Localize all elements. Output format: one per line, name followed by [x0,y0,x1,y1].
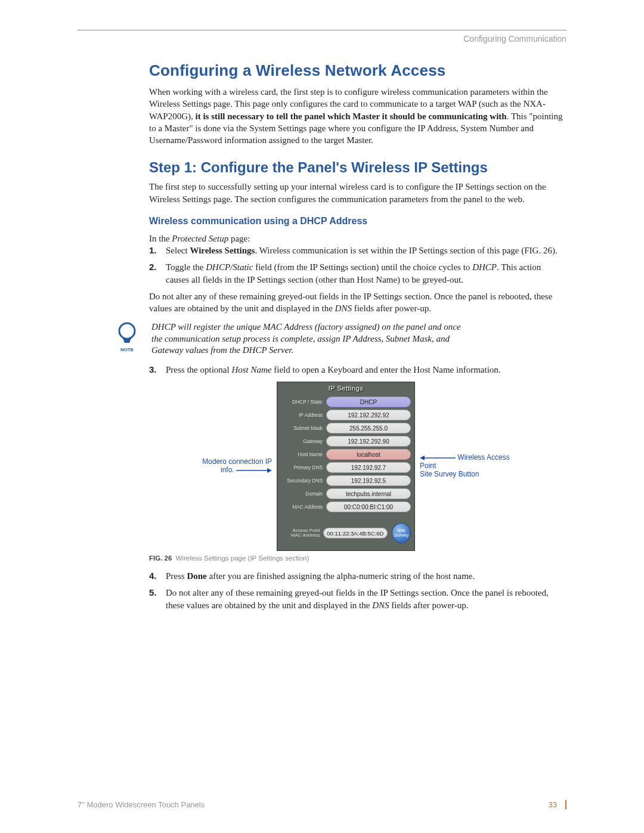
fig-text: Wireless Settings page (IP Settings sect… [176,555,309,562]
ip-field-label: Gateway [281,438,323,444]
svg-marker-6 [420,456,425,460]
ip-row: Secondary DNS192.192.92.5 [277,474,414,487]
callout-right: Wireless Access Point Site Survey Button [420,454,515,478]
ip-field-label: IP Address [281,412,323,418]
figure-caption: FIG. 26 Wireless Settings page (IP Setti… [149,555,566,562]
text: Press the optional [166,365,231,374]
arrow-right-icon [236,467,272,473]
arrow-left-icon [420,455,456,461]
text: field (from the IP Settings section) unt… [253,262,472,272]
list-item: Press the optional Host Name field to op… [149,364,566,376]
text: Press [166,571,187,581]
text-italic: DNS [372,600,389,610]
ordered-list-1: Select Wireless Settings. Wireless commu… [149,244,566,286]
page-content: Configuring Communication Configuring a … [78,30,566,616]
ip-row: MAC Address00:C0:00:BI:C1:00 [277,500,414,513]
list-item: Toggle the DHCP/Static field (from the I… [149,261,566,286]
ip-field-value[interactable]: techpubs.internal [326,488,411,499]
paragraph: The first step to successfully setting u… [149,181,566,205]
page-number: 33 [549,800,559,809]
ip-field-value[interactable]: 192.192.292.92 [326,410,411,420]
text-italic: Protected Setup [172,234,228,243]
svg-marker-4 [267,468,272,473]
text: after you are finished assigning the alp… [207,571,475,581]
ip-row: IP Address192.192.292.92 [277,408,414,422]
text-italic: DNS [335,304,352,313]
text-italic: DHCP/Static [206,262,253,272]
fig-num: FIG. 26 [149,555,172,562]
site-survey-button[interactable]: Site Survey [392,523,411,543]
heading-3: Wireless communication using a DHCP Addr… [149,216,566,227]
ip-field-value[interactable]: 192.192.92.5 [326,475,411,486]
ap-label: Access Point MAC Address [281,528,320,538]
ip-row: DHCP / StaticDHCP [277,395,414,408]
text-italic: DHCP [472,262,497,272]
paragraph-intro: When working with a wireless card, the f… [149,86,566,146]
ip-field-label: Primary DNS [281,465,323,470]
text: Select [166,246,190,255]
paragraph: Do not alter any of these remaining grey… [149,290,566,315]
ip-row: Primary DNS192.192.92.7 [277,461,414,474]
text: In the [149,234,172,243]
ordered-list-continue-1: Press the optional Host Name field to op… [149,364,566,376]
ip-row: Gateway192.192.292.90 [277,435,414,448]
ip-field-value[interactable]: 00:C0:00:BI:C1:00 [326,501,411,512]
ip-row: Subnet Mask255.255.255.0 [277,422,414,435]
note-icon: NOTE [113,321,141,355]
text: Toggle the [166,262,206,272]
text: field to open a Keyboard and enter the H… [272,365,501,374]
callout-text: Site Survey Button [420,470,479,478]
list-item: Do not alter any of these remaining grey… [149,587,566,611]
ip-field-label: MAC Address [281,504,323,510]
text: Do not alter any of these remaining grey… [166,588,549,609]
list-item: Press Done after you are finished assign… [149,570,566,582]
ordered-list-continue-2: Press Done after you are finished assign… [149,570,566,611]
svg-text:NOTE: NOTE [120,347,134,352]
ip-row: Domaintechpubs.internal [277,487,414,500]
list-item: Select Wireless Settings. Wireless commu… [149,244,566,256]
text-bold: it is still necessary to tell the panel … [196,112,507,121]
figure-26: Modero connection IP info. IP Settings D… [149,382,566,551]
svg-rect-1 [124,339,130,343]
text-bold: Wireless Settings [190,246,255,255]
ip-field-label: Domain [281,491,323,497]
heading-1: Configuring a Wireless Network Access [149,61,566,80]
text: page: [228,234,250,243]
ip-field-label: DHCP / Static [281,399,323,405]
text-italic: Host Name [231,365,271,374]
page-footer: 7" Modero Widescreen Touch Panels 33 [78,800,566,809]
paragraph: In the Protected Setup page: [149,233,566,244]
text: fields after power-up. [389,600,469,610]
ip-field-label: Subnet Mask [281,425,323,431]
ip-field-value[interactable]: 255.255.255.0 [326,423,411,433]
footer-title: 7" Modero Widescreen Touch Panels [78,800,205,809]
note-text: DHCP will register the unique MAC Addres… [151,321,462,357]
text-bold: Done [187,571,206,581]
ap-mac-field[interactable]: 00:11:22:3A:4B:5C:6D [323,528,388,538]
ip-field-value[interactable]: 192.192.292.90 [326,436,411,447]
ip-field-value[interactable]: localhost [326,449,411,460]
header-section-label: Configuring Communication [78,34,566,44]
ip-panel-title: IP Settings [277,382,414,395]
text: . Wireless communication is set within t… [255,246,557,255]
callout-left: Modero connection IP info. [200,458,272,475]
text: fields after power-up. [352,304,431,313]
ip-field-value[interactable]: 192.192.92.7 [326,462,411,473]
ip-field-label: Secondary DNS [281,478,323,484]
access-point-row: Access Point MAC Address 00:11:22:3A:4B:… [277,522,414,544]
note-block: NOTE DHCP will register the unique MAC A… [113,321,566,357]
svg-point-0 [119,323,135,339]
content-area: Configuring a Wireless Network Access Wh… [78,61,566,611]
ip-field-value[interactable]: DHCP [326,397,411,407]
heading-2: Step 1: Configure the Panel's Wireless I… [149,159,566,176]
ip-row: Host Namelocalhost [277,448,414,461]
ip-settings-panel: IP Settings DHCP / StaticDHCPIP Address1… [277,382,415,551]
ip-field-label: Host Name [281,451,323,457]
